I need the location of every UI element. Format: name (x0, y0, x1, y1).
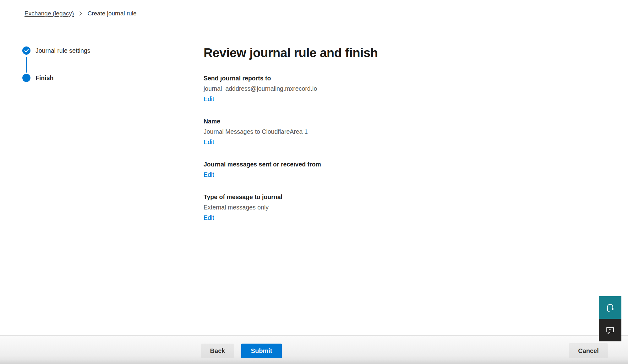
page-title: Review journal rule and finish (204, 45, 628, 60)
back-button[interactable]: Back (201, 344, 234, 358)
journal-report-address-value: journal_adddress@journaling.mxrecord.io (204, 84, 628, 93)
edit-send-reports-link[interactable]: Edit (204, 95, 214, 103)
step-completed-indicator[interactable] (22, 46, 30, 55)
edit-message-type-link[interactable]: Edit (204, 214, 214, 222)
review-section-send-reports-to: Send journal reports to journal_adddress… (204, 74, 628, 103)
cancel-button[interactable]: Cancel (569, 343, 608, 358)
rule-name-value: Journal Messages to CloudflareArea 1 (204, 128, 628, 136)
feedback-icon (605, 325, 615, 335)
check-icon (24, 49, 29, 53)
edit-name-link[interactable]: Edit (204, 138, 214, 146)
submit-button[interactable]: Submit (241, 344, 282, 358)
step-current-indicator (22, 74, 30, 82)
edit-sent-or-received-link[interactable]: Edit (204, 171, 214, 179)
top-bar: Exchange (legacy) Create journal rule (0, 0, 628, 27)
review-section-sent-or-received-from: Journal messages sent or received from E… (204, 160, 628, 179)
step-journal-rule-settings[interactable]: Journal rule settings (35, 46, 90, 55)
feedback-button[interactable] (599, 319, 621, 341)
headset-icon (605, 302, 615, 312)
review-panel: Review journal rule and finish Send jour… (182, 27, 628, 335)
breadcrumb-current-page: Create journal rule (87, 10, 136, 17)
step-finish: Finish (35, 74, 53, 82)
section-label: Journal messages sent or received from (204, 160, 628, 168)
exchange-admin-window: Exchange (legacy) Create journal rule Jo… (0, 0, 628, 364)
section-label: Name (204, 117, 628, 125)
step-connector-line (26, 57, 27, 73)
breadcrumb-exchange-legacy-link[interactable]: Exchange (legacy) (25, 10, 74, 17)
section-label: Send journal reports to (204, 74, 628, 82)
help-support-button[interactable] (599, 296, 621, 319)
breadcrumb: Exchange (legacy) Create journal rule (25, 10, 137, 17)
review-section-message-type: Type of message to journal External mess… (204, 193, 628, 222)
wizard-steps-panel: Journal rule settings Finish (0, 27, 181, 335)
message-type-value: External messages only (204, 203, 628, 211)
action-bar: Back Submit Cancel (0, 335, 628, 364)
review-section-name: Name Journal Messages to CloudflareArea … (204, 117, 628, 146)
section-label: Type of message to journal (204, 193, 628, 201)
breadcrumb-chevron-icon (79, 11, 82, 16)
